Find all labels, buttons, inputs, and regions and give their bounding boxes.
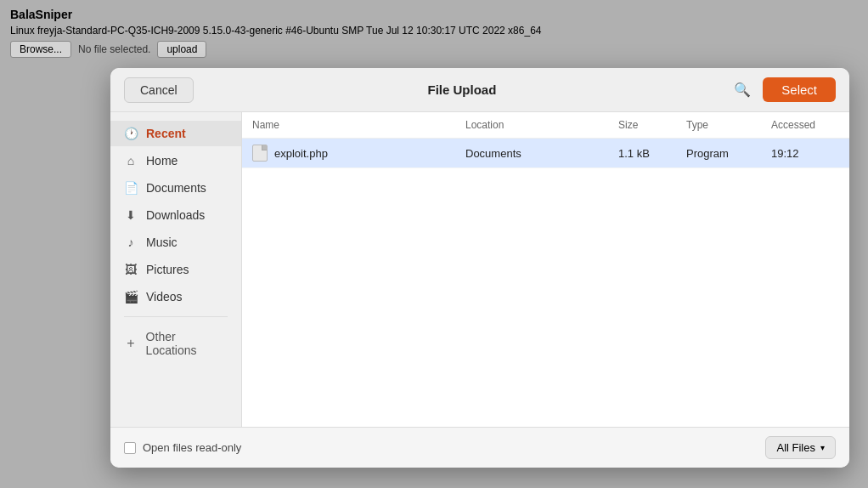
dialog-title: File Upload — [194, 82, 731, 97]
other-locations-icon: + — [124, 336, 138, 351]
file-type: Program — [686, 147, 771, 160]
music-icon: ♪ — [124, 235, 138, 249]
sidebar-divider — [124, 316, 228, 317]
app-title: BalaSniper — [10, 7, 858, 24]
read-only-label[interactable]: Open files read-only — [124, 441, 241, 454]
upload-button[interactable]: upload — [157, 41, 206, 58]
file-area: Name Location Size Type Accessed exploit… — [242, 112, 849, 427]
home-icon: ⌂ — [124, 154, 138, 167]
table-row[interactable]: exploit.php Documents 1.1 kB Program 19:… — [242, 139, 849, 168]
sidebar-label-other-locations: Other Locations — [146, 330, 228, 357]
sidebar-item-recent[interactable]: 🕐 Recent — [110, 121, 241, 146]
read-only-text: Open files read-only — [143, 441, 241, 454]
sidebar-label-documents: Documents — [146, 181, 206, 195]
col-type: Type — [686, 119, 771, 131]
header-right: 🔍 Select — [730, 77, 836, 102]
dialog-footer: Open files read-only All Files ▾ — [110, 427, 849, 468]
file-size: 1.1 kB — [618, 147, 686, 160]
sidebar-label-downloads: Downloads — [146, 208, 205, 222]
documents-icon: 📄 — [124, 181, 138, 195]
sidebar-label-pictures: Pictures — [146, 263, 189, 276]
sidebar-item-other-locations[interactable]: + Other Locations — [110, 324, 241, 363]
search-icon: 🔍 — [734, 82, 751, 97]
dialog-header: Cancel File Upload 🔍 Select — [110, 68, 849, 112]
sidebar-item-downloads[interactable]: ⬇ Downloads — [110, 202, 241, 228]
sidebar-label-videos: Videos — [146, 290, 183, 304]
sidebar-item-videos[interactable]: 🎬 Videos — [110, 284, 241, 309]
col-name: Name — [252, 119, 465, 131]
file-location: Documents — [465, 147, 618, 160]
file-upload-dialog: Cancel File Upload 🔍 Select 🕐 Recent ⌂ H… — [110, 68, 849, 468]
file-list: exploit.php Documents 1.1 kB Program 19:… — [242, 139, 849, 427]
recent-icon: 🕐 — [124, 127, 138, 140]
videos-icon: 🎬 — [124, 290, 138, 304]
sidebar-item-home[interactable]: ⌂ Home — [110, 148, 241, 173]
cancel-button[interactable]: Cancel — [124, 77, 194, 103]
file-accessed: 19:12 — [771, 147, 839, 160]
file-name-cell: exploit.php — [252, 145, 465, 162]
sidebar-label-home: Home — [146, 154, 178, 167]
chevron-down-icon: ▾ — [820, 443, 825, 452]
sidebar-label-music: Music — [146, 235, 178, 249]
file-table-header: Name Location Size Type Accessed — [242, 112, 849, 139]
col-accessed: Accessed — [771, 119, 839, 131]
top-bar: BalaSniper Linux freyja-Standard-PC-Q35-… — [0, 0, 868, 63]
sidebar: 🕐 Recent ⌂ Home 📄 Documents ⬇ Downloads … — [110, 112, 242, 427]
dialog-body: 🕐 Recent ⌂ Home 📄 Documents ⬇ Downloads … — [110, 112, 849, 427]
no-file-label: No file selected. — [78, 43, 150, 55]
col-location: Location — [465, 119, 618, 131]
col-size: Size — [618, 119, 686, 131]
search-button[interactable]: 🔍 — [730, 78, 754, 101]
downloads-icon: ⬇ — [124, 208, 138, 222]
pictures-icon: 🖼 — [124, 263, 138, 276]
all-files-label: All Files — [776, 441, 815, 454]
browse-button[interactable]: Browse... — [10, 41, 71, 58]
read-only-checkbox[interactable] — [124, 442, 136, 454]
system-info: Linux freyja-Standard-PC-Q35-ICH9-2009 5… — [10, 24, 858, 38]
sidebar-item-music[interactable]: ♪ Music — [110, 230, 241, 255]
file-type-icon — [252, 145, 268, 162]
top-controls: Browse... No file selected. upload — [10, 41, 858, 58]
sidebar-item-pictures[interactable]: 🖼 Pictures — [110, 257, 241, 282]
file-name: exploit.php — [274, 147, 328, 160]
sidebar-label-recent: Recent — [146, 127, 186, 140]
select-button[interactable]: Select — [763, 77, 836, 102]
all-files-dropdown[interactable]: All Files ▾ — [765, 436, 836, 459]
sidebar-item-documents[interactable]: 📄 Documents — [110, 175, 241, 201]
